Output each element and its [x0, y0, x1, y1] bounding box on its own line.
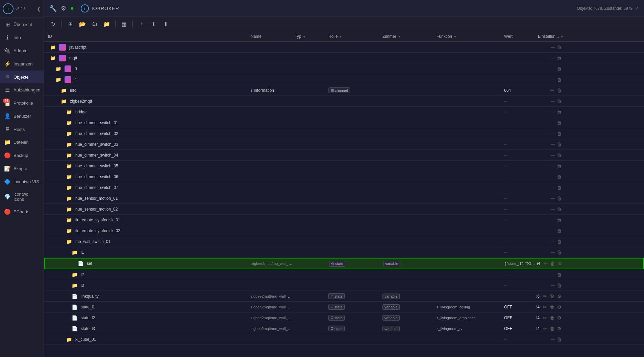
toolbar-filter-button[interactable]: ▦ [119, 19, 129, 29]
toolbar-folder-open-button[interactable]: 📂 [77, 19, 88, 29]
table-row[interactable]: 📁hue_dimmer_switch_02--—🗑 [44, 128, 644, 139]
table-row[interactable]: 📁l2--—🗑 [44, 269, 644, 280]
sidebar-item-dateien[interactable]: 📁Dateien [0, 136, 44, 149]
col-typ[interactable]: Typ▼ [293, 33, 327, 39]
table-row[interactable]: 📁javascript—🗑 [44, 42, 644, 53]
settings-button[interactable]: ⚙ [556, 304, 562, 310]
sidebar-item-objekte[interactable]: ≡Objekte [0, 71, 44, 83]
table-row[interactable]: 📁hue_dimmer_switch_03--—🗑 [44, 139, 644, 150]
table-row[interactable]: 📁l3--—🗑 [44, 280, 644, 291]
sidebar-item-icontwo[interactable]: 💎icontwo Icons [0, 188, 44, 205]
sidebar-item-echarts[interactable]: 🔴ECharts [0, 205, 44, 218]
edit-button[interactable]: ✏ [542, 325, 548, 332]
delete-button[interactable]: 🗑 [556, 173, 562, 180]
settings-button[interactable]: ⚙ [556, 293, 562, 300]
toolbar-add-button[interactable]: + [136, 19, 146, 29]
delete-button[interactable]: 🗑 [556, 65, 562, 72]
table-row[interactable]: 📁1—🗑 [44, 74, 644, 85]
col-funktion[interactable]: Funktion▼ [435, 33, 503, 39]
edit-button[interactable]: ✏ [542, 304, 548, 310]
col-zimmer[interactable]: Zimmer▼ [381, 33, 435, 39]
settings-icon[interactable]: ⚙ [61, 5, 66, 12]
delete-button[interactable]: 🗑 [556, 152, 562, 159]
table-row[interactable]: 📁ik_remote_symfonisk_01--—🗑 [44, 215, 644, 225]
delete-button[interactable]: 🗑 [556, 44, 562, 51]
status-icon[interactable]: ● [70, 5, 74, 12]
table-row[interactable]: 📁xi_cube_01--—🗑 [44, 334, 644, 345]
table-row[interactable]: 📁l1--—🗑 [44, 247, 644, 258]
delete-button[interactable]: 🗑 [556, 76, 562, 83]
sidebar-item-protokolle[interactable]: 44📋Protokolle [0, 97, 44, 110]
toolbar-refresh-button[interactable]: ↻ [48, 19, 58, 29]
table-row[interactable]: 📁0—🗑 [44, 63, 644, 74]
table-row[interactable]: 📁mqtt—🗑 [44, 53, 644, 63]
delete-button[interactable]: 🗑 [549, 314, 555, 321]
table-row[interactable]: 📄state_l3zigbee2mqtt/mo_wall_switch_01/s… [44, 323, 644, 334]
col-einstellungen[interactable]: Einstellun...▼ [537, 33, 564, 39]
table-row[interactable]: 📄linkqualityzigbee2mqtt/mo_wall_switch_0… [44, 291, 644, 302]
delete-button[interactable]: 🗑 [556, 98, 562, 105]
delete-button[interactable]: 🗑 [556, 227, 562, 234]
sidebar-item-adapter[interactable]: 🔌Adapter [0, 44, 44, 57]
col-rolle[interactable]: Rolle▼ [327, 33, 381, 39]
sidebar-item-inventwo[interactable]: 🔷inventwo VIS [0, 175, 44, 188]
table-row[interactable]: 📁hue_dimmer_switch_04--—🗑 [44, 150, 644, 161]
table-row[interactable]: 📁bridge--—🗑 [44, 107, 644, 117]
settings-button[interactable]: ⚙ [556, 314, 562, 321]
tools-icon[interactable]: 🔧 [49, 5, 57, 12]
table-row[interactable]: 📁ik_remote_symfonisk_02--—🗑 [44, 225, 644, 236]
sidebar-item-skripte[interactable]: 📝Skripte [0, 162, 44, 175]
delete-button[interactable]: 🗑 [556, 109, 562, 115]
sidebar-item-instanzen[interactable]: ⚡Instanzen [0, 57, 44, 71]
delete-button[interactable]: 🗑 [556, 141, 562, 148]
sidebar-item-ubersicht[interactable]: ⊞Übersicht [0, 18, 44, 31]
delete-button[interactable]: 🗑 [556, 206, 562, 213]
delete-button[interactable]: 🗑 [556, 163, 562, 169]
delete-button[interactable]: 🗑 [550, 260, 556, 267]
delete-button[interactable]: 🗑 [556, 282, 562, 289]
table-row[interactable]: 📁infoℹInformation▦ channel664✏🗑 [44, 85, 644, 96]
table-row[interactable]: 📄state_l1zigbee2mqtt/mo_wall_switch_01/s… [44, 302, 644, 312]
table-row[interactable]: 📁zigbee2mqtt--—🗑 [44, 96, 644, 107]
delete-button[interactable]: 🗑 [556, 336, 562, 343]
table-row[interactable]: 📁hue_dimmer_switch_05--—🗑 [44, 161, 644, 171]
table-row[interactable]: 📁hue_dimmer_switch_06--—🗑 [44, 171, 644, 182]
delete-button[interactable]: 🗑 [556, 87, 562, 94]
settings-button[interactable]: ⚙ [556, 325, 562, 332]
delete-button[interactable]: 🗑 [556, 217, 562, 223]
table-row[interactable]: 📁mo_wall_switch_01--—🗑 [44, 236, 644, 247]
table-row[interactable]: 📁hue_sensor_motion_01--—🗑 [44, 193, 644, 204]
edit-button[interactable]: ✏ [542, 293, 548, 300]
edit-button[interactable]: ✏ [542, 314, 548, 321]
toolbar-folder-all-button[interactable]: 📁 [102, 19, 112, 29]
delete-button[interactable]: 🗑 [549, 293, 555, 300]
toolbar-upload-button[interactable]: ⬆ [148, 19, 158, 29]
delete-button[interactable]: 🗑 [556, 130, 562, 137]
settings-button[interactable]: ⚙ [557, 260, 563, 267]
delete-button[interactable]: 🗑 [556, 119, 562, 126]
sidebar-item-info[interactable]: ℹInfo [0, 31, 44, 44]
delete-button[interactable]: 🗑 [556, 55, 562, 61]
sidebar-item-backup[interactable]: 🔴Backup [0, 149, 44, 162]
delete-button[interactable]: 🗑 [556, 271, 562, 278]
sidebar-item-hosts[interactable]: 🖥Hosts [0, 123, 44, 136]
table-row[interactable]: 📄state_l2zigbee2mqtt/mo_wall_switch_01/s… [44, 312, 644, 323]
edit-button[interactable]: ✏ [549, 87, 555, 94]
sidebar-collapse-button[interactable]: ❮ [37, 6, 41, 11]
delete-button[interactable]: 🗑 [556, 184, 562, 191]
table-row[interactable]: 📁hue_sensor_motion_02--—🗑 [44, 204, 644, 215]
delete-button[interactable]: 🗑 [556, 238, 562, 245]
delete-button[interactable]: 🗑 [549, 304, 555, 310]
table-row[interactable]: 📁hue_dimmer_switch_07--—🗑 [44, 182, 644, 193]
edit-button[interactable]: ✏ [543, 260, 548, 267]
sidebar-item-benutzer[interactable]: 👤Benutzer [0, 110, 44, 123]
delete-button[interactable]: 🗑 [556, 195, 562, 202]
delete-button[interactable]: 🗑 [549, 325, 555, 332]
table-row[interactable]: 📄setzigbee2mqtt/mo_wall_switch_01/l1...⊙… [44, 258, 644, 269]
expand-icon[interactable]: ⤢ [635, 6, 639, 11]
toolbar-folder-tree-button[interactable]: 🗂 [90, 19, 100, 29]
table-row[interactable]: 📁hue_dimmer_switch_01--—🗑 [44, 117, 644, 128]
delete-button[interactable]: 🗑 [556, 249, 562, 256]
sidebar-item-aufzahlungen[interactable]: ☰Aufzählungen [0, 83, 44, 97]
toolbar-download-button[interactable]: ⬇ [160, 19, 171, 29]
